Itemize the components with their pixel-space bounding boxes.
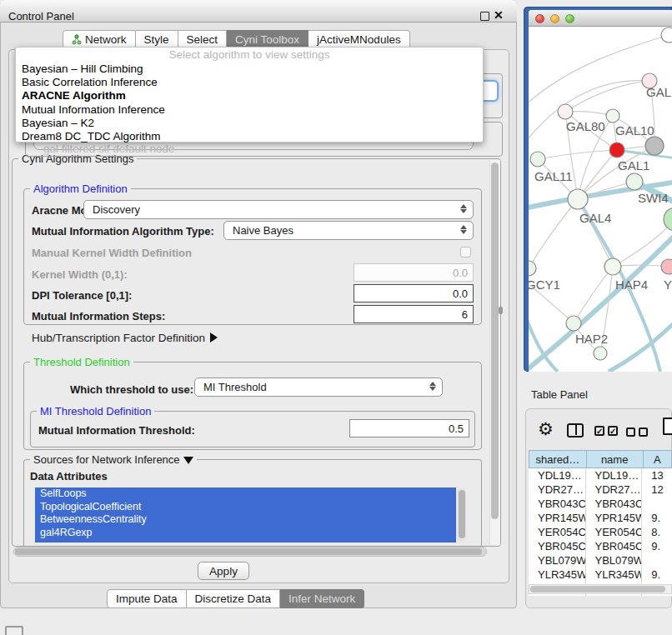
mi-steps-label: Mutual Information Steps: [32, 310, 165, 322]
manual-kernel-width-checkbox[interactable] [460, 247, 471, 258]
table-row[interactable]: YDL19…YDL19…13 [529, 468, 672, 482]
which-threshold-combo[interactable]: MI Threshold [194, 378, 443, 397]
aracne-mode-value: Discovery [93, 203, 140, 216]
floating-palette-icon[interactable] [5, 626, 23, 635]
table-body: YDL19…YDL19…13YDR27…YDR27…12YBR043CYBR04… [529, 468, 672, 596]
network-node-hap4[interactable] [604, 258, 621, 275]
kernel-width-label: Kernel Width (0,1): [32, 268, 128, 281]
table-cell: YPR145W [529, 511, 586, 525]
algorithm-popup-item[interactable]: Bayesian – Hill Climbing [16, 62, 483, 76]
table-cell: YDL19… [529, 468, 586, 482]
zoom-traffic-light-icon[interactable] [565, 14, 574, 23]
unselect-all-columns-icon[interactable] [626, 428, 648, 437]
cyni-bottom-tabs: Impute Data Discretize Data Infer Networ… [107, 589, 364, 608]
network-node-label: GAL11 [534, 169, 573, 183]
settings-horizontal-scrollbar-thumb[interactable] [15, 548, 482, 555]
spinner-arrows-icon [429, 382, 436, 391]
tab-impute-data[interactable]: Impute Data [107, 589, 187, 608]
network-node-label: SWI4 [638, 191, 669, 205]
network-node-gal10[interactable] [606, 109, 619, 122]
mi-steps-field[interactable]: 6 [354, 305, 474, 323]
table-row[interactable]: YBL079WYBL079W [529, 553, 672, 568]
aracne-mode-combo[interactable]: Discovery [83, 200, 474, 219]
control-panel-titlebar[interactable] [0, 0, 517, 22]
table-header-row: shared…nameA [529, 450, 672, 468]
network-view-canvas[interactable]: GALGAL80GAL10GAL1GAL11SWI4GAL4GCY1HAP4YH… [529, 27, 672, 372]
table-row[interactable]: YBR043CYBR043C [529, 497, 672, 511]
data-attributes-label: Data Attributes [30, 470, 108, 482]
table-cell: YDR27… [586, 482, 643, 497]
table-horizontal-scrollbar-thumb[interactable] [530, 586, 665, 592]
network-window-titlebar[interactable] [529, 10, 672, 27]
data-attribute-item[interactable]: SelfLoops [35, 488, 456, 501]
close-traffic-light-icon[interactable] [535, 14, 544, 23]
apply-button[interactable]: Apply [198, 562, 249, 580]
export-table-icon[interactable] [663, 418, 672, 435]
node-table: shared…nameA YDL19…YDL19…13YDR27…YDR27…1… [529, 450, 672, 596]
table-row[interactable]: YDR27…YDR27…12 [529, 482, 672, 497]
table-cell: 9. [642, 568, 672, 582]
network-node-gal11[interactable] [530, 152, 545, 167]
data-attribute-item[interactable]: BetweennessCentrality [35, 513, 456, 527]
algorithm-popup-item[interactable]: ARACNE Algorithm [16, 89, 483, 102]
table-row[interactable]: YLR345WYLR345W9. [529, 568, 672, 582]
tab-infer-network[interactable]: Infer Network [280, 589, 364, 608]
sources-title-label: Sources for Network Inference [33, 453, 180, 466]
table-column-header[interactable]: name [586, 450, 643, 468]
hub-definition-toggle[interactable]: Hub/Transcription Factor Definition [32, 332, 218, 344]
table-cell [642, 497, 672, 511]
tab-discretize-data[interactable]: Discretize Data [187, 589, 281, 608]
algorithm-popup-item[interactable]: Dream8 DC_TDC Algorithm [16, 130, 483, 143]
table-cell: YBR045C [586, 539, 643, 553]
sources-title[interactable]: Sources for Network Inference [30, 453, 197, 466]
float-window-icon[interactable] [480, 12, 489, 21]
table-cell: 12 [642, 482, 672, 497]
data-attribute-item[interactable]: gal4RGexp [35, 527, 456, 540]
close-icon[interactable]: ✕ [494, 8, 504, 22]
mi-threshold-field[interactable]: 0.5 [349, 419, 469, 438]
network-node-label: Y [664, 278, 672, 292]
table-column-header[interactable]: shared… [529, 450, 586, 468]
network-node-gcy1[interactable] [529, 261, 536, 276]
minimize-traffic-light-icon[interactable] [550, 14, 559, 23]
table-column-header[interactable]: A [643, 450, 672, 468]
network-graph: GALGAL80GAL10GAL1GAL11SWI4GAL4GCY1HAP4YH… [529, 27, 672, 372]
network-node-hap2[interactable] [566, 316, 581, 331]
network-node-gal4[interactable] [568, 189, 588, 209]
data-attributes-list[interactable]: SelfLoopsTopologicalCoefficientBetweenne… [35, 488, 456, 542]
table-cell: YLR345W [586, 568, 643, 582]
network-node-gal80[interactable] [558, 104, 573, 119]
gear-icon[interactable]: ⚙ [538, 419, 554, 439]
network-node[interactable] [645, 137, 664, 155]
settings-vertical-scrollbar-thumb[interactable] [491, 162, 499, 519]
network-node-gal1[interactable] [609, 142, 624, 158]
algorithm-popup-item[interactable]: Mutual Information Inference [16, 103, 483, 117]
network-node[interactable] [661, 28, 672, 42]
network-node-label: GAL10 [615, 123, 654, 138]
table-row[interactable]: YPR145WYPR145W9. [529, 511, 672, 525]
algorithm-popup-item[interactable]: Bayesian – K2 [16, 117, 483, 130]
dpi-tolerance-field[interactable]: 0.0 [354, 284, 474, 302]
attributes-list-scrollbar-thumb[interactable] [459, 490, 465, 538]
mi-threshold-label: Mutual Information Threshold: [38, 424, 195, 437]
algorithm-popup-item[interactable]: Basic Correlation Inference [16, 76, 483, 89]
table-cell [642, 553, 672, 568]
network-node-swi4[interactable] [626, 173, 643, 190]
mi-algorithm-type-value: Naive Bayes [233, 224, 293, 237]
show-columns-icon[interactable] [567, 423, 584, 438]
network-node[interactable] [594, 347, 607, 360]
select-all-columns-icon[interactable]: ✓✓ [594, 426, 618, 436]
network-node-label: GAL80 [566, 119, 605, 133]
mi-algorithm-type-combo[interactable]: Naive Bayes [223, 221, 474, 240]
kernel-width-field[interactable]: 0.0 [354, 263, 474, 282]
data-attribute-item[interactable]: TopologicalCoefficient [35, 501, 456, 514]
table-row[interactable]: YBR045CYBR045C9. [529, 539, 672, 553]
network-node-label: GAL [646, 85, 671, 99]
table-cell: YPR145W [586, 511, 643, 525]
network-node-label: HAP4 [615, 278, 648, 292]
network-node-y[interactable] [661, 259, 672, 274]
table-row[interactable]: YER054CYER054C8. [529, 525, 672, 539]
network-node[interactable] [664, 208, 672, 231]
algorithm-popup-placeholder: Select algorithm to view settings [16, 48, 483, 62]
panel-splitter-handle[interactable] [499, 307, 503, 314]
